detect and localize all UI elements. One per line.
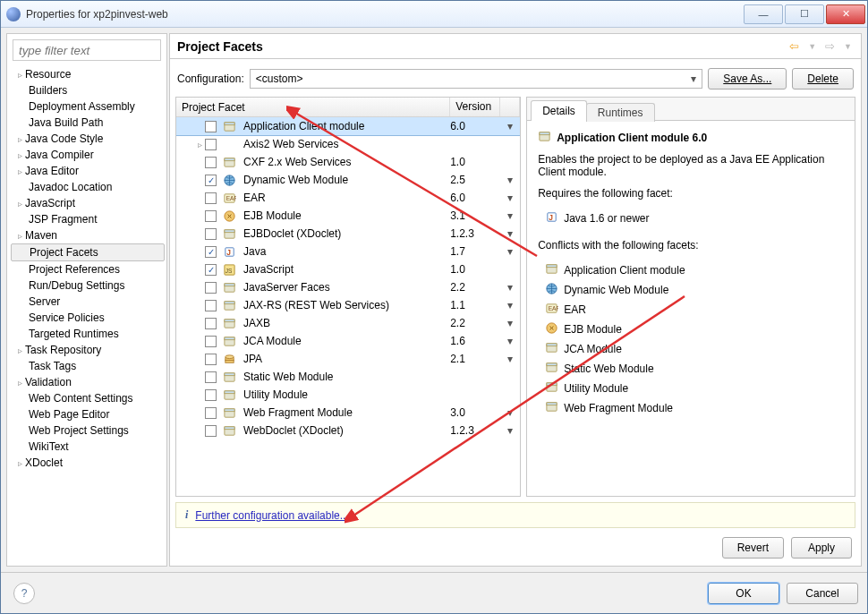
col-version[interactable]: Version	[450, 98, 500, 116]
sidebar-item[interactable]: ▹Validation	[11, 374, 165, 390]
facet-table[interactable]: Project Facet Version Application Client…	[175, 97, 521, 497]
facet-checkbox[interactable]	[205, 371, 217, 383]
version-dropdown[interactable]: ▾	[500, 174, 520, 186]
facet-row[interactable]: JCA Module1.6▾	[176, 332, 520, 350]
delete-button[interactable]: Delete	[792, 68, 854, 90]
sidebar-item[interactable]: Run/Debug Settings	[11, 277, 165, 294]
filter-input[interactable]	[13, 39, 161, 61]
sidebar-item[interactable]: ▹JavaScript	[11, 195, 165, 211]
facet-checkbox[interactable]	[205, 354, 217, 365]
version-dropdown[interactable]: ▾	[500, 245, 520, 258]
version-dropdown[interactable]: ▾	[500, 192, 520, 204]
version-dropdown[interactable]: ▾	[500, 353, 520, 365]
minimize-button[interactable]: —	[744, 4, 783, 24]
facet-checkbox[interactable]: ✓	[205, 175, 217, 186]
titlebar[interactable]: Properties for xp2pinvest-web — ☐ ✕	[1, 1, 867, 28]
facet-checkbox[interactable]: ✓	[205, 264, 217, 276]
version-dropdown[interactable]: ▾	[500, 406, 520, 419]
nav-back-icon[interactable]: ⇦	[787, 38, 801, 55]
sidebar-item[interactable]: Web Content Settings	[11, 390, 165, 406]
facet-row[interactable]: WebDoclet (XDoclet)1.2.3▾	[176, 422, 520, 439]
facet-row[interactable]: JAX-RS (REST Web Services)1.1▾	[176, 296, 520, 314]
tab-details[interactable]: Details	[531, 100, 587, 121]
facet-row[interactable]: ✓Dynamic Web Module2.5▾	[176, 171, 520, 189]
version-dropdown[interactable]: ▾	[500, 120, 520, 132]
close-button[interactable]: ✕	[826, 4, 865, 24]
sidebar-item[interactable]: Javadoc Location	[11, 179, 165, 195]
facet-checkbox[interactable]	[205, 336, 217, 347]
sidebar-item[interactable]: Service Policies	[11, 310, 165, 326]
further-config-link[interactable]: Further configuration available...	[195, 509, 348, 522]
sidebar-item[interactable]: ▹XDoclet	[11, 455, 165, 471]
facet-row[interactable]: EAR6.0▾	[176, 189, 520, 207]
version-dropdown[interactable]: ▾	[500, 299, 520, 311]
sidebar-item[interactable]: Deployment Assembly	[11, 98, 165, 115]
sidebar-item[interactable]: ▹Resource	[11, 66, 165, 82]
version-dropdown[interactable]: ▾	[500, 281, 520, 294]
expand-toggle[interactable]: ▹	[194, 140, 205, 149]
sidebar-item[interactable]: ▹Java Compiler	[11, 147, 165, 163]
version-dropdown[interactable]: ▾	[500, 335, 520, 347]
facet-checkbox[interactable]	[205, 157, 217, 168]
facet-row[interactable]: ✓JavaScript1.0	[176, 260, 520, 278]
facet-row[interactable]: CXF 2.x Web Services1.0	[176, 153, 520, 171]
facet-checkbox[interactable]	[205, 192, 217, 204]
facet-checkbox[interactable]	[205, 228, 217, 240]
version-dropdown[interactable]: ▾	[500, 209, 520, 222]
facet-checkbox[interactable]	[205, 139, 217, 150]
version-dropdown[interactable]: ▾	[500, 424, 520, 437]
facet-row[interactable]: Application Client module6.0▾	[176, 117, 520, 135]
sidebar-item[interactable]: ▹Java Code Style	[11, 131, 165, 147]
sidebar-item[interactable]: JSP Fragment	[11, 211, 165, 227]
facet-row[interactable]: JavaServer Faces2.2▾	[176, 278, 520, 296]
facet-row[interactable]: EJBDoclet (XDoclet)1.2.3▾	[176, 225, 520, 243]
config-combo[interactable]: <custom>	[250, 69, 703, 89]
col-facet[interactable]: Project Facet	[176, 98, 450, 116]
facet-checkbox[interactable]	[205, 318, 217, 329]
apply-button[interactable]: Apply	[791, 537, 852, 559]
facet-checkbox[interactable]	[205, 300, 217, 311]
save-as-button[interactable]: Save As...	[708, 68, 787, 90]
facet-checkbox[interactable]	[205, 389, 217, 401]
nav-back-menu[interactable]: ▼	[806, 40, 818, 53]
facet-row[interactable]: Web Fragment Module3.0▾	[176, 404, 520, 422]
tab-runtimes[interactable]: Runtimes	[586, 103, 655, 122]
nav-fwd-menu[interactable]: ▼	[842, 40, 854, 53]
facet-row[interactable]: Utility Module	[176, 386, 520, 404]
sidebar-item[interactable]: Builders	[11, 82, 165, 98]
sidebar-item[interactable]: WikiText	[11, 439, 165, 455]
facet-checkbox[interactable]	[205, 210, 217, 222]
facet-checkbox[interactable]	[205, 282, 217, 294]
facet-row[interactable]: ▹Axis2 Web Services	[176, 135, 520, 153]
sidebar-item[interactable]: Web Project Settings	[11, 422, 165, 439]
facet-checkbox[interactable]	[205, 407, 217, 419]
maximize-button[interactable]: ☐	[785, 4, 824, 24]
sidebar-item[interactable]: Server	[11, 294, 165, 310]
sidebar-item[interactable]: Java Build Path	[11, 115, 165, 131]
facet-row[interactable]: JAXB2.2▾	[176, 314, 520, 332]
sidebar-item[interactable]: Task Tags	[11, 358, 165, 374]
revert-button[interactable]: Revert	[722, 537, 784, 559]
sidebar-item[interactable]: Project References	[11, 261, 165, 277]
sidebar-item[interactable]: ▹Task Repository	[11, 342, 165, 358]
cancel-button[interactable]: Cancel	[787, 583, 858, 604]
further-config-banner[interactable]: i Further configuration available...	[175, 502, 855, 528]
sidebar-item[interactable]: Web Page Editor	[11, 406, 165, 422]
nav-fwd-icon[interactable]: ⇨	[823, 38, 837, 55]
sidebar-item[interactable]: ▹Maven	[11, 227, 165, 243]
help-button[interactable]: ?	[13, 583, 35, 604]
facet-row[interactable]: Static Web Module	[176, 368, 520, 386]
facet-checkbox[interactable]	[205, 121, 217, 132]
version-dropdown[interactable]: ▾	[500, 227, 520, 240]
sidebar-item[interactable]: ▹Java Editor	[11, 163, 165, 179]
nav-tree[interactable]: ▹ResourceBuildersDeployment AssemblyJava…	[7, 66, 166, 566]
version-dropdown[interactable]: ▾	[500, 317, 520, 329]
facet-row[interactable]: ✓Java1.7▾	[176, 243, 520, 260]
sidebar-item[interactable]: Targeted Runtimes	[11, 326, 165, 342]
ok-button[interactable]: OK	[708, 583, 779, 604]
sidebar-item[interactable]: Project Facets	[11, 243, 165, 261]
facet-row[interactable]: EJB Module3.1▾	[176, 207, 520, 225]
facet-checkbox[interactable]: ✓	[205, 246, 217, 258]
facet-row[interactable]: JPA2.1▾	[176, 350, 520, 368]
facet-checkbox[interactable]	[205, 425, 217, 437]
